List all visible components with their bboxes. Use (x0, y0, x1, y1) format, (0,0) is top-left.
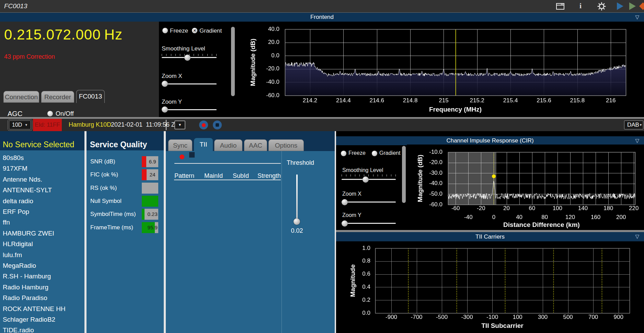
stop-icon (216, 123, 219, 127)
quality-row-label: Null Symbol (90, 196, 122, 207)
smoothing-slider-handle[interactable] (184, 55, 191, 61)
frontend-scrollbar[interactable] (231, 27, 235, 96)
mode-value: DAB (627, 122, 639, 128)
zoom-x-slider-handle[interactable] (162, 81, 168, 87)
service-item[interactable]: HLRdigital (0, 239, 84, 249)
frontend-tab-connection[interactable]: Connection (3, 91, 39, 103)
service-quality-title: Service Quality (90, 140, 147, 149)
quality-bar-segment (142, 183, 158, 194)
decoder-tab-sync[interactable]: Sync (168, 139, 192, 151)
service-item[interactable]: ERF Pop (0, 206, 84, 217)
cir-freeze-label: Freeze (348, 150, 366, 156)
channel-select[interactable]: 10D▼ (9, 120, 31, 129)
collapse-arrow-icon[interactable]: ▽ (635, 136, 639, 145)
record-button[interactable] (199, 120, 208, 129)
frontend-section-header: Frontend ▽ (0, 13, 644, 22)
tii-column-pattern: Pattern (174, 172, 194, 180)
quality-value: 0.23 (147, 209, 158, 220)
selected-service-text: No Service Selected (3, 140, 74, 149)
quality-bar: 95.9 (142, 222, 158, 233)
cir-smoothing-label: Smoothing Level (342, 167, 383, 173)
cir-freeze-toggle[interactable] (341, 151, 346, 156)
mode-select[interactable]: DAB▼ (624, 120, 643, 129)
tii-column-subid: SubId (233, 172, 249, 180)
threshold-slider-track[interactable] (296, 174, 298, 222)
service-item[interactable]: ffn (0, 217, 84, 228)
collapse-arrow-icon[interactable]: ▽ (635, 232, 639, 241)
decoder-tab-audio[interactable]: Audio (214, 139, 242, 151)
gear-icon[interactable] (597, 2, 606, 11)
collapse-arrow-icon[interactable]: ▽ (635, 13, 639, 22)
threshold-area: Threshold 0.02 (281, 151, 335, 333)
cir-smoothing-ticks (342, 174, 396, 176)
threshold-label: Threshold (287, 159, 314, 166)
cir-gradient-toggle[interactable] (372, 151, 377, 156)
cir-plot (407, 145, 644, 232)
threshold-value: 0.02 (289, 227, 305, 234)
service-quality-panel: Service Quality SNR (dB)6.9FIC (ok %)24R… (87, 131, 164, 333)
dropdown-button[interactable]: ▼ (174, 120, 185, 129)
cir-smoothing-slider-track[interactable] (342, 179, 396, 180)
cir-zoom-y-slider-handle[interactable] (342, 220, 348, 227)
clipped-orange-icon[interactable] (639, 2, 644, 10)
agc-toggle-label: On/Off (56, 110, 74, 117)
gradient-toggle[interactable]: × (192, 28, 197, 33)
cir-gradient-label: Gradient (379, 150, 400, 156)
ensemble-name: Hamburg K10D (69, 121, 111, 128)
threshold-slider-handle[interactable] (294, 218, 300, 225)
quality-bar (142, 183, 158, 194)
zoom-y-slider-handle[interactable] (162, 106, 168, 113)
tii-column-strength: Strength (257, 172, 281, 180)
info-icon[interactable]: i (579, 1, 582, 10)
channel-value: 10D (12, 122, 22, 128)
play-icon-green[interactable] (629, 2, 636, 10)
quality-row-label: SymbolTime (ms) (90, 209, 136, 220)
stop-button[interactable] (213, 120, 222, 129)
service-list-header: No Service Selected (0, 131, 84, 150)
cir-zoom-x-slider-track[interactable] (342, 202, 396, 203)
title-bar: FC0013 i (0, 0, 644, 13)
freeze-toggle[interactable] (162, 28, 168, 33)
cir-zoom-y-slider-track[interactable] (342, 223, 396, 224)
spectrum-plot (237, 22, 644, 117)
window-icon[interactable] (556, 3, 564, 10)
quality-bar (142, 196, 158, 207)
service-item[interactable]: R.SH - Hamburg (0, 271, 84, 282)
tii-title: TII Carriers (475, 233, 505, 240)
service-item[interactable]: delta radio (0, 196, 84, 206)
zoom-x-slider-track[interactable] (162, 83, 217, 84)
service-item[interactable]: lulu.fm (0, 250, 84, 260)
service-item[interactable]: HAMBURG ZWEI (0, 228, 84, 239)
zoom-y-slider-track[interactable] (162, 109, 217, 110)
service-item[interactable]: 80s80s (0, 152, 84, 163)
zoom-x-label: Zoom X (162, 73, 182, 80)
service-item[interactable]: Schlager RadioB2 (0, 314, 84, 325)
quality-row-label: FIC (ok %) (90, 169, 118, 180)
service-item[interactable]: 917XFM (0, 163, 84, 174)
zoom-y-label: Zoom Y (162, 99, 182, 105)
chevron-down-icon: ▼ (25, 123, 28, 127)
service-quality-header: Service Quality (87, 131, 164, 150)
agc-label: AGC (8, 110, 22, 118)
agc-toggle[interactable] (47, 111, 53, 116)
service-item[interactable]: Antenne Nds. (0, 174, 84, 185)
service-item[interactable]: Radio Paradiso (0, 292, 84, 303)
service-item[interactable]: Radio Hamburg (0, 282, 84, 292)
decoder-tab-tii[interactable]: TII (194, 138, 213, 151)
service-item[interactable]: ROCK ANTENNE HH (0, 303, 84, 314)
service-item[interactable]: MegaRadio (0, 260, 84, 271)
cir-smoothing-slider-handle[interactable] (363, 176, 369, 183)
play-icon-blue[interactable] (617, 2, 623, 10)
cir-zoom-x-slider-handle[interactable] (342, 199, 348, 205)
decoder-tab-options[interactable]: Options (268, 139, 304, 151)
decoder-tab-aac[interactable]: AAC (244, 139, 267, 151)
cir-scrollbar[interactable] (402, 146, 406, 203)
gradient-label: Gradient (199, 27, 222, 34)
tii-status-red-dot (180, 154, 184, 159)
frontend-tab-fc0013[interactable]: FC0013 (76, 90, 105, 103)
service-item[interactable]: TIDE.radio (0, 325, 84, 333)
tii-carriers-plot (336, 241, 644, 333)
service-item[interactable]: ANTENNE-SYLT (0, 185, 84, 195)
record-icon (202, 123, 206, 127)
frontend-tab-recorder[interactable]: Recorder (41, 91, 74, 103)
